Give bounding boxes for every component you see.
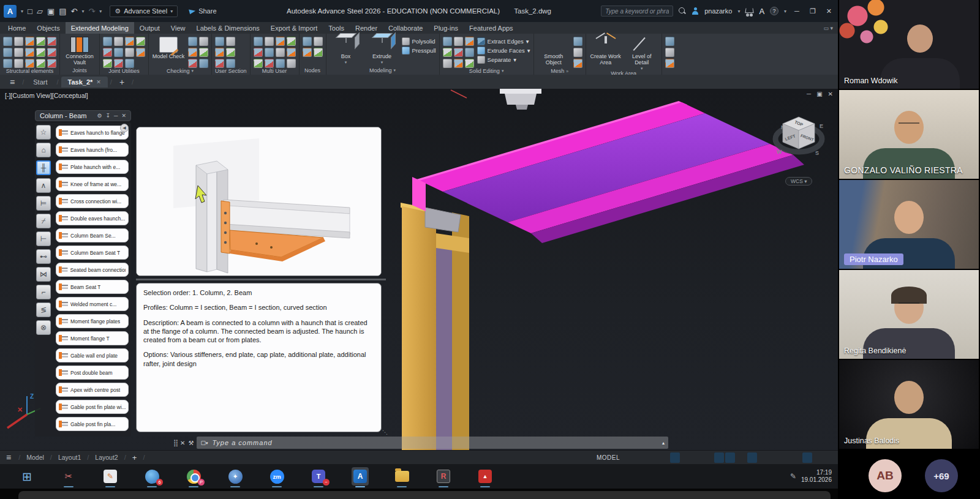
ribbon-tool-icon[interactable] [226,37,235,46]
joint-type-item[interactable]: Double eaves haunch... [56,211,129,225]
ribbon-tool-icon[interactable] [47,48,56,57]
ribbon-tool-icon[interactable] [665,48,674,57]
joint-type-item[interactable]: Knee of frame at we... [56,177,129,191]
joint-type-item[interactable]: Gable post fin pla... [56,417,129,431]
ribbon-tool-icon[interactable] [287,59,296,68]
infer-constraints-icon[interactable] [659,452,669,463]
user-caret-icon[interactable]: ▾ [737,9,740,14]
wcs-selector[interactable]: WCS ▾ [785,177,812,186]
ribbon-tool-icon[interactable] [199,48,208,57]
ribbon-tab[interactable]: Objects [31,22,65,34]
ribbon-tool-icon[interactable] [276,59,285,68]
viewport-minimize-icon[interactable]: ─ [807,91,811,97]
polar-tracking-icon[interactable] [714,452,724,463]
ribbon-tool-icon[interactable] [103,59,112,68]
acrobat-app[interactable]: ▲ [477,467,494,486]
joint-type-item[interactable]: Plate haunch with e... [56,160,129,174]
extract-edges-button[interactable]: Extract Edges ▾ [477,37,530,45]
ribbon-tool-icon[interactable] [303,37,312,46]
zoom-app[interactable]: zm [268,467,285,486]
palette-splitter[interactable] [136,279,386,280]
compass-s[interactable]: S [815,150,819,156]
mail-app[interactable]: 6 [143,467,160,486]
ribbon-tool-icon[interactable] [665,37,674,46]
palette-pin-icon[interactable]: ↧ [106,113,111,119]
ribbon-tool-icon[interactable] [25,37,34,46]
panel-label-user-section[interactable]: User Section [215,68,247,75]
bracing[interactable]: ⋈ [36,267,51,282]
doc-tab-close-icon[interactable]: ✕ [96,79,101,85]
ribbon-tool-icon[interactable] [665,59,674,68]
column-front-flange[interactable] [402,206,436,450]
revit-app[interactable]: R [435,467,452,486]
advance-steel-app[interactable]: A [352,467,369,486]
viewport-corner-label[interactable]: [-][Custom View][Conceptual] [5,92,88,99]
joint-type-item[interactable]: Beam Seat T [56,280,129,294]
palette-close-icon[interactable]: ✕ [121,113,126,119]
far-steel-plate[interactable] [500,89,541,94]
favorites[interactable]: ☆ [36,125,51,140]
annotation-monitor-icon[interactable] [802,452,812,463]
navigator-app[interactable]: ✦ [227,467,244,486]
ribbon-tool-icon[interactable] [287,37,296,46]
ribbon-tab[interactable]: Tools [323,22,350,34]
participant-video-tile[interactable]: Regita Bendikienė [839,270,979,359]
special[interactable]: ≶ [36,302,51,317]
object-snap-caret-icon[interactable] [736,452,746,463]
ribbon-tool-icon[interactable] [254,59,263,68]
ribbon-tool-icon[interactable] [443,37,452,46]
joint-type-item[interactable]: Moment flange T [56,331,129,345]
participant-avatar-ab[interactable]: AB [869,459,902,492]
ribbon-tool-icon[interactable] [47,37,56,46]
grid-display-icon[interactable] [626,452,636,463]
apex[interactable]: ∧ [36,178,51,193]
joint-type-item[interactable]: Cross connection wi... [56,194,129,208]
panel-label-mesh[interactable]: Mesh» [537,68,582,75]
workspace-switch-icon[interactable] [758,452,768,463]
ribbon-tool-icon[interactable] [314,48,323,57]
ribbon-tool-icon[interactable] [465,48,474,57]
beam-splices[interactable]: ⊨ [36,196,51,211]
ribbon-tool-icon[interactable] [125,48,134,57]
object-snap-icon[interactable] [725,452,735,463]
clean-screen-icon[interactable] [813,452,823,463]
undo-caret-icon[interactable]: ▾ [81,9,84,14]
seats[interactable]: ⌐ [36,285,51,299]
signed-in-user[interactable]: pnazarko [704,7,732,15]
command-recent-icon[interactable]: ▢▾ [200,440,208,446]
ribbon-tab[interactable]: Output [134,22,165,34]
ribbon-tab[interactable]: Extended Modeling [66,22,134,34]
ribbon-tool-icon[interactable] [125,37,134,46]
ribbon-tab[interactable]: Home [2,22,31,34]
help-search-input[interactable] [601,6,673,17]
joint-type-item[interactable]: Seated beam connection [56,263,129,277]
ribbon-tool-icon[interactable] [36,37,45,46]
open-file-icon[interactable]: ▱ [37,7,43,15]
ribbon-tool-icon[interactable] [199,37,208,46]
ribbon-tool-icon[interactable] [465,37,474,46]
ribbon-tool-icon[interactable] [215,48,224,57]
ribbon-tool-icon[interactable] [276,48,285,57]
search-icon[interactable] [679,7,686,15]
layout-tab[interactable]: Layout2 [90,452,123,462]
autodesk-app-icon[interactable]: A [759,7,764,15]
plot-icon[interactable]: ▤ [59,7,66,15]
file-explorer[interactable] [393,467,410,486]
panel-label-structural-elements[interactable]: Structural elements [3,68,56,75]
command-close-icon[interactable]: ✕ [180,440,185,446]
plates[interactable]: ⌿ [36,214,51,228]
ribbon-tool-icon[interactable] [454,59,463,68]
snap-caret-icon[interactable] [648,452,658,463]
ribbon-tool-icon[interactable] [265,48,274,57]
extrude-faces-button[interactable]: Extrude Faces ▾ [477,47,530,54]
workspace-selector[interactable]: ⚙ Advance Steel ▾ [110,6,178,17]
participant-video-tile[interactable]: Justinas Balodis [839,360,979,449]
close-button[interactable]: ✕ [824,7,834,15]
ortho-mode-icon[interactable] [692,452,702,463]
joint-type-item[interactable]: Gable wall end plate [56,348,129,362]
doc-tabs-menu-icon[interactable]: ≡ [5,77,20,87]
ribbon-tool-icon[interactable] [114,37,123,46]
app-menu-button[interactable]: A [4,5,17,18]
smooth-object-button[interactable]: Smooth Object [537,35,570,66]
create-work-area-button[interactable]: Create Work Area [589,35,622,66]
